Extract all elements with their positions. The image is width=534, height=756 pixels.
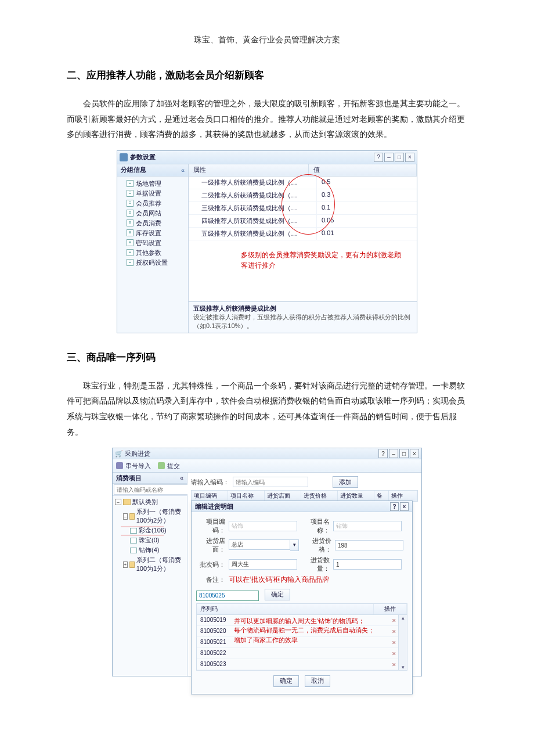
name-field[interactable] [333,521,402,531]
grid-row[interactable]: 五级推荐人所获消费提成比例（…0.01 [189,228,417,240]
help-icon[interactable]: ? [390,502,399,511]
search-input[interactable] [114,484,193,495]
tree-node[interactable]: –系列一（每消费100为2分） [114,507,186,525]
grid-header: 项目编码 项目名称 进货店面 进货价格 进货数量 备注 操作 [191,490,418,502]
annotation-text: 多级别的会员推荐消费奖励设定，更有力的刺激老顾客进行推介 [189,240,417,273]
field-label: 进货价格： [302,537,331,554]
submit-button[interactable]: 提交 [158,462,180,470]
sidebar: 分组信息 « ≡场地管理 ≡单据设置 ≡会员推荐 ≡会员网站 ≡会员消费 ≡库存… [117,164,189,333]
toolbar: 串号导入 提交 [113,459,421,473]
tree-node[interactable]: ≡库存设置 [120,228,186,238]
close-icon[interactable]: × [405,153,414,162]
tree-node[interactable]: 钻饰(4) [114,545,186,555]
expand-icon[interactable]: + [123,561,128,568]
grid-row[interactable]: 一级推荐人所获消费提成比例（…0.5 [189,177,417,189]
sidebar-title: 分组信息 [121,165,146,174]
tree-node[interactable]: ≡单据设置 [120,189,186,199]
dialog-body: 项目编码： 项目名称： 进货店面： ▾ 进货价格： [192,512,412,694]
close-icon[interactable]: × [400,502,409,511]
field-label: 批次码： [196,560,225,569]
node-icon: ≡ [127,190,134,197]
tree-node[interactable]: +系列二（每消费100为1分） [114,555,186,574]
grid-rows: 一级推荐人所获消费提成比例（…0.5 二级推荐人所获消费提成比例（…0.3 三级… [189,177,417,240]
delete-icon[interactable] [391,639,398,646]
serial-value: 81005020 [197,628,381,634]
cell-attr: 一级推荐人所获消费提成比例（… [189,177,317,189]
item-icon [130,528,137,534]
help-title: 五级推荐人所获消费提成比例 [193,304,412,313]
code-field[interactable] [229,521,297,531]
col-serial: 序列码 [197,604,374,614]
help-icon[interactable]: ? [378,449,388,458]
node-label: 授权码设置 [136,258,168,267]
delete-icon[interactable] [391,628,398,635]
input-label: 请输入编码： [191,478,229,487]
window-title: 参数设置 [130,153,156,161]
section-2-title: 二、应用推荐人功能，激励老会员介绍新顾客 [67,69,467,82]
price-field[interactable] [335,540,403,550]
maximize-icon[interactable]: □ [395,153,404,162]
import-icon [116,462,123,469]
scroll-up-icon[interactable]: ▴ [402,615,405,621]
sidebar-header: 分组信息 « [117,164,188,177]
node-label: 密码设置 [136,239,161,247]
cancel-button[interactable]: 取消 [305,675,330,687]
serial-list: 81005019 81005020 81005021 81005022 8100… [196,615,407,671]
folder-icon [129,561,135,568]
store-combo[interactable]: ▾ [229,539,299,551]
chevron-down-icon[interactable]: ▾ [290,539,299,551]
expand-icon[interactable]: – [115,499,121,505]
maximize-icon[interactable]: □ [399,449,409,458]
minimize-icon[interactable]: – [389,449,398,458]
category-tree: –默认类别 –系列一（每消费100为2分） 彩金(106) 珠宝(0) 钻饰(4… [113,496,187,575]
item-icon [130,538,137,543]
code-input[interactable] [233,477,308,487]
serial-input[interactable] [196,591,259,601]
close-icon[interactable]: × [410,449,419,458]
node-label: 钻饰(4) [139,546,159,555]
node-label: 会员推荐 [136,199,161,208]
collapse-icon[interactable]: « [181,167,185,174]
serial-row: 81005021 [197,637,407,648]
grid-row[interactable]: 二级推荐人所获消费提成比例（…0.3 [189,189,417,202]
store-field[interactable] [229,539,290,550]
cell-value: 0.01 [317,228,417,240]
tree-node[interactable]: –默认类别 [114,497,186,507]
button-label: 提交 [167,462,180,470]
delete-icon[interactable] [391,661,398,668]
batch-field[interactable] [229,559,297,570]
node-icon: ≡ [127,259,134,266]
delete-icon[interactable] [391,650,398,657]
node-label: 会员网站 [136,209,161,218]
tree-node[interactable]: ≡场地管理 [120,179,186,189]
window-title: 🛒 采购进货 [115,449,150,458]
add-button[interactable]: 添加 [333,476,358,488]
tree-node[interactable]: ≡授权码设置 [120,258,186,268]
help-icon[interactable]: ? [374,153,383,162]
help-body: 设定被推荐人消费时，五级推荐人获得的积分占被推荐人消费获得积分的比例（如0.1表… [193,313,412,330]
confirm-serial-button[interactable]: 确定 [265,589,290,600]
scroll-down-icon[interactable]: ▾ [402,664,405,670]
tree-node[interactable]: ≡会员消费 [120,218,186,228]
grid-header: 属性 值 [189,164,417,177]
section-3-body: 珠宝行业，特别是玉器，尤其特殊性，一个商品一个条码，要针对该商品进行完整的进销存… [67,378,467,440]
minimize-icon[interactable]: – [384,153,394,162]
dialog-title: 编辑进货明细 [195,502,233,511]
ok-button[interactable]: 确定 [273,675,299,687]
tree-node[interactable]: ≡会员推荐 [120,199,186,208]
collapse-icon[interactable]: « [180,474,183,481]
tree-node[interactable]: ≡密码设置 [120,238,186,248]
tree-node[interactable]: ≡其他参数 [120,248,186,258]
expand-icon[interactable]: – [123,513,128,520]
node-label: 系列二（每消费100为1分） [136,556,186,573]
tree-node[interactable]: 珠宝(0) [114,535,186,545]
section-3-title: 三、商品唯一序列码 [67,351,467,364]
grid-row[interactable]: 三级推荐人所获消费提成比例（…0.1 [189,202,417,215]
grid-row[interactable]: 四级推荐人所获消费提成比例（…0.05 [189,215,417,228]
scrollbar[interactable]: ▴▾ [398,615,407,670]
delete-icon[interactable] [391,617,398,624]
window-titlebar: 参数设置 ? – □ × [117,151,417,164]
tree-node[interactable]: ≡会员网站 [120,208,186,218]
qty-field[interactable] [333,559,402,570]
import-button[interactable]: 串号导入 [116,462,151,470]
